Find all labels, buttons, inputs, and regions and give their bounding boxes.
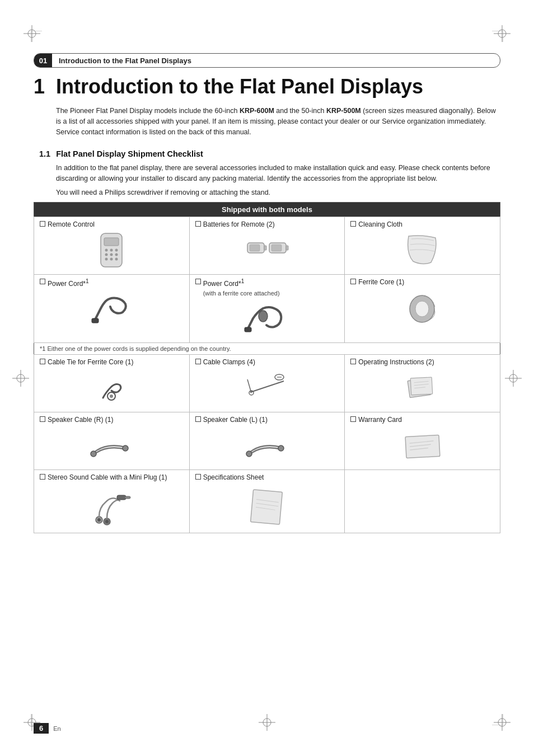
item-label: Cable Clamps (4) <box>195 358 339 366</box>
item-image-cableclamps <box>195 368 339 407</box>
svg-point-44 <box>110 395 113 398</box>
cable-tie-icon <box>95 373 128 403</box>
table-cell: Speaker Cable (L) (1) <box>189 412 345 470</box>
model-1: KRP-600M <box>240 107 274 115</box>
page-title: 1 Introduction to the Flat Panel Display… <box>34 76 500 98</box>
speaker-cable-l-icon <box>245 430 289 461</box>
item-label: Cleaning Cloth <box>350 220 494 228</box>
item-checkbox <box>40 474 45 480</box>
item-checkbox <box>350 359 356 364</box>
item-label: Operating Instructions (2) <box>350 358 494 366</box>
batteries-icon <box>245 236 289 264</box>
svg-rect-69 <box>125 496 130 499</box>
intro-paragraph: The Pioneer Flat Panel Display models in… <box>34 106 500 138</box>
svg-rect-70 <box>251 490 283 524</box>
svg-point-29 <box>105 257 107 260</box>
svg-line-46 <box>275 381 284 384</box>
table-cell: Ferrite Core (1) <box>345 275 500 343</box>
item-label: Specifications Sheet <box>195 473 339 481</box>
table-cell: Warranty Card <box>345 412 500 470</box>
item-label: Speaker Cable (L) (1) <box>195 416 339 424</box>
table-cell: Power Cord*1 (with a ferrite core attach… <box>189 275 345 343</box>
corner-bracket-br <box>492 714 503 725</box>
item-checkbox <box>195 416 201 422</box>
power-cord-ferrite-icon <box>242 302 292 335</box>
svg-rect-33 <box>264 246 266 250</box>
speaker-cable-r-icon <box>89 430 134 461</box>
svg-rect-52 <box>410 377 433 395</box>
item-image-powercord1 <box>40 290 184 329</box>
screwdriver-note: You will need a Philips screwdriver if r… <box>34 189 500 196</box>
table-cell: Specifications Sheet <box>189 470 345 533</box>
specifications-sheet-label: Specifications Sheet <box>203 473 264 481</box>
table-cell: Batteries for Remote (2) <box>189 217 345 275</box>
table-cell <box>345 470 500 533</box>
item-label: Warranty Card <box>350 416 494 424</box>
item-checkbox <box>350 279 356 284</box>
table-header-row: Shipped with both models <box>34 203 500 217</box>
svg-point-59 <box>278 445 284 451</box>
item-image-cabletie <box>40 368 184 407</box>
svg-point-23 <box>105 248 107 251</box>
item-checkbox <box>195 359 201 364</box>
item-image-remote <box>40 231 184 270</box>
svg-rect-34 <box>250 245 260 251</box>
table-row: Power Cord*1 Power Cord*1 (with a ferrit… <box>34 275 500 343</box>
item-image-instructions <box>350 368 494 407</box>
item-image-powercord2 <box>195 299 339 338</box>
svg-point-30 <box>110 257 113 260</box>
svg-point-67 <box>105 520 109 523</box>
title-text: Introduction to the Flat Panel Displays <box>56 75 423 98</box>
cable-clamps-icon <box>245 373 289 403</box>
page-number: 6 <box>34 723 49 734</box>
table-cell: Speaker Cable (R) (1) <box>34 412 190 470</box>
item-image-speaker-r <box>40 426 184 465</box>
table-header-cell: Shipped with both models <box>34 203 500 217</box>
page-lang: En <box>53 725 60 732</box>
svg-rect-38 <box>92 318 99 323</box>
table-cell: Operating Instructions (2) <box>345 355 500 412</box>
svg-point-26 <box>105 253 107 256</box>
svg-line-45 <box>250 384 275 392</box>
svg-point-25 <box>115 248 118 251</box>
svg-point-57 <box>123 445 128 451</box>
operating-instructions-icon <box>404 371 441 405</box>
item-checkbox <box>195 279 201 284</box>
section-title: 1.1 Flat Panel Display Shipment Checklis… <box>34 149 500 158</box>
item-label: Power Cord*1 <box>195 278 339 288</box>
item-image-stereocable <box>40 483 184 528</box>
table-cell: Cleaning Cloth <box>345 217 500 275</box>
item-label: Ferrite Core (1) <box>350 278 494 286</box>
table-cell: Power Cord*1 <box>34 275 190 343</box>
item-label: Cable Tie for Ferrite Core (1) <box>40 358 184 366</box>
item-image-speaker-l <box>195 426 339 465</box>
power-cord-icon <box>89 293 134 326</box>
item-checkbox <box>195 221 201 227</box>
cleaning-cloth-icon <box>403 233 442 267</box>
main-content: 1 Introduction to the Flat Panel Display… <box>34 76 500 533</box>
item-label: Remote Control <box>40 220 184 228</box>
footnote-row: *1 Either one of the power cords is supp… <box>34 343 500 355</box>
item-checkbox <box>40 416 45 422</box>
item-image-warranty <box>350 426 494 465</box>
section-number: 1.1 <box>39 149 50 158</box>
item-label: Stereo Sound Cable with a Mini Plug (1) <box>40 473 184 481</box>
table-cell: Cable Clamps (4) <box>189 355 345 412</box>
item-image-ferrite <box>350 288 494 327</box>
item-label: Batteries for Remote (2) <box>195 220 339 228</box>
item-checkbox <box>350 221 356 227</box>
reg-mark-bc <box>259 714 275 731</box>
page-number-area: 6 En <box>34 723 61 734</box>
chapter-header: 01 Introduction to the Flat Panel Displa… <box>34 53 500 68</box>
item-checkbox <box>40 221 45 227</box>
svg-line-50 <box>247 379 251 393</box>
item-sublabel: (with a ferrite core attached) <box>195 290 339 297</box>
svg-rect-36 <box>286 246 288 250</box>
model-2: KRP-500M <box>326 107 361 115</box>
remote-control-icon <box>96 232 127 269</box>
item-image-cloth <box>350 231 494 270</box>
table-cell: Remote Control <box>34 217 190 275</box>
svg-point-31 <box>115 257 118 260</box>
accessories-table: Shipped with both models Remote Control <box>34 202 500 533</box>
chapter-title: Introduction to the Flat Panel Displays <box>52 57 191 65</box>
